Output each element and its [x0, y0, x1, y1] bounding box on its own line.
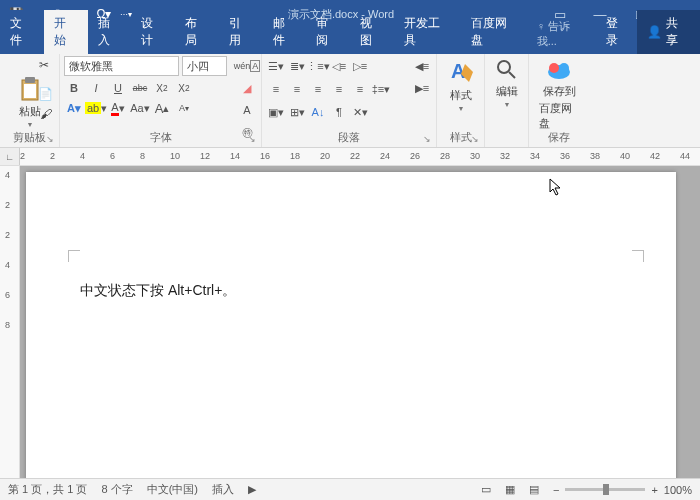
text-effects-button[interactable]: A▾ — [64, 98, 84, 118]
tab-mailings[interactable]: 邮件 — [263, 10, 307, 54]
tab-references[interactable]: 引用 — [219, 10, 263, 54]
phonetic-button[interactable]: wénA — [237, 56, 257, 76]
margin-corner-tr — [632, 250, 644, 262]
align-right-button[interactable]: ≡ — [308, 79, 328, 99]
ruler-mark: 2 — [5, 230, 10, 240]
zoom-out-button[interactable]: − — [553, 484, 559, 496]
ruler-mark: 42 — [650, 151, 660, 161]
page-indicator[interactable]: 第 1 页，共 1 页 — [8, 482, 87, 497]
cut-icon[interactable]: ✂ — [36, 58, 51, 73]
font-color-button[interactable]: A▾ — [108, 98, 128, 118]
decrease-indent-button[interactable]: ◁≡ — [329, 56, 349, 76]
change-case-button[interactable]: Aa▾ — [130, 98, 150, 118]
strike-button[interactable]: abc — [130, 78, 150, 98]
view-print-icon[interactable]: ▦ — [505, 483, 515, 496]
status-bar: 第 1 页，共 1 页 8 个字 中文(中国) 插入 ▶ ▭ ▦ ▤ − + 1… — [0, 478, 700, 500]
numbering-button[interactable]: ≣▾ — [287, 56, 307, 76]
tab-insert[interactable]: 插入 — [88, 10, 132, 54]
tab-file[interactable]: 文件 — [0, 10, 44, 54]
ruler-mark: 36 — [560, 151, 570, 161]
styles-button[interactable]: A 样式 ▼ — [441, 56, 480, 114]
view-web-icon[interactable]: ▤ — [529, 483, 539, 496]
cloud-icon — [546, 58, 572, 82]
login-button[interactable]: 登录 — [598, 10, 638, 54]
copy-icon[interactable]: 📄 — [38, 86, 53, 101]
align-center-button[interactable]: ≡ — [287, 79, 307, 99]
increase-indent-button[interactable]: ▷≡ — [350, 56, 370, 76]
highlight-button[interactable]: ab▾ — [86, 98, 106, 118]
shrink-font-button[interactable]: A▾ — [174, 98, 194, 118]
grow-font-button[interactable]: A▴ — [152, 98, 172, 118]
tab-baidu[interactable]: 百度网盘 — [461, 10, 529, 54]
tell-me[interactable]: ♀ 告诉我... — [529, 14, 598, 54]
svg-line-5 — [509, 72, 515, 78]
paste-button[interactable]: 粘贴 ▼ — [4, 74, 55, 130]
styles-btn-label: 样式 — [450, 88, 472, 103]
word-count[interactable]: 8 个字 — [101, 482, 132, 497]
ruler-mark: 44 — [680, 151, 690, 161]
bullets-button[interactable]: ☰▾ — [266, 56, 286, 76]
styles-launcher-icon[interactable]: ↘ — [471, 134, 481, 144]
ruler-mark: 14 — [230, 151, 240, 161]
superscript-button[interactable]: X2 — [174, 78, 194, 98]
align-left-button[interactable]: ≡ — [266, 79, 286, 99]
show-marks-button[interactable]: ¶ — [329, 102, 349, 122]
ruler-vertical[interactable]: 422468 — [0, 166, 20, 478]
rtl-button[interactable]: ▶≡ — [412, 78, 432, 98]
ruler-mark: 12 — [200, 151, 210, 161]
line-spacing-button[interactable]: ‡≡▾ — [371, 79, 391, 99]
tab-layout[interactable]: 布局 — [175, 10, 219, 54]
svg-rect-1 — [25, 77, 35, 83]
ltr-button[interactable]: ◀≡ — [412, 56, 432, 76]
tab-developer[interactable]: 开发工具 — [394, 10, 462, 54]
share-icon: 👤 — [647, 25, 662, 39]
document-text[interactable]: 中文状态下按 Alt+Ctrl+。 — [80, 282, 236, 300]
format-painter-icon[interactable]: 🖌 — [38, 106, 53, 121]
document-area: 422468 中文状态下按 Alt+Ctrl+。 — [0, 166, 700, 478]
italic-button[interactable]: I — [86, 78, 106, 98]
insert-mode[interactable]: 插入 — [212, 482, 234, 497]
bold-button[interactable]: B — [64, 78, 84, 98]
view-read-icon[interactable]: ▭ — [481, 483, 491, 496]
snap-button[interactable]: ✕▾ — [350, 102, 370, 122]
zoom-slider[interactable] — [565, 488, 645, 491]
editing-button[interactable]: 编辑 ▼ — [489, 56, 524, 110]
font-name-combo[interactable]: 微软雅黑 — [64, 56, 179, 76]
group-baidu-save: 保存到 百度网盘 保存 — [529, 54, 589, 147]
zoom-level[interactable]: 100% — [664, 484, 692, 496]
zoom-in-button[interactable]: + — [651, 484, 657, 496]
tab-design[interactable]: 设计 — [131, 10, 175, 54]
paragraph-launcher-icon[interactable]: ↘ — [423, 134, 433, 144]
language-indicator[interactable]: 中文(中国) — [147, 482, 198, 497]
ruler-mark: 6 — [5, 290, 10, 300]
tab-review[interactable]: 审阅 — [306, 10, 350, 54]
borders-button[interactable]: ⊞▾ — [287, 102, 307, 122]
font-size-combo[interactable]: 小四 — [182, 56, 227, 76]
tab-selector[interactable]: ∟ — [0, 148, 20, 165]
save-label-1: 保存到 — [543, 84, 576, 99]
tab-view[interactable]: 视图 — [350, 10, 394, 54]
zoom-thumb[interactable] — [603, 484, 609, 495]
eraser-icon[interactable]: ◢ — [237, 78, 257, 98]
styles-icon: A — [447, 58, 475, 86]
document-page[interactable]: 中文状态下按 Alt+Ctrl+。 — [26, 172, 676, 478]
ruler-horizontal[interactable]: ∟ 22468101214161820222426283032343638404… — [0, 148, 700, 166]
distributed-button[interactable]: ≡ — [350, 79, 370, 99]
multilevel-button[interactable]: ⋮≡▾ — [308, 56, 328, 76]
font-launcher-icon[interactable]: ↘ — [248, 134, 258, 144]
ruler-mark: 18 — [290, 151, 300, 161]
ruler-mark: 4 — [5, 260, 10, 270]
ruler-mark: 8 — [5, 320, 10, 330]
baidu-save-button[interactable]: 保存到 百度网盘 — [533, 56, 585, 133]
justify-button[interactable]: ≡ — [329, 79, 349, 99]
sort-button[interactable]: A↓ — [308, 102, 328, 122]
font-size-value: 小四 — [187, 59, 209, 74]
share-button[interactable]: 👤共享 — [637, 10, 700, 54]
subscript-button[interactable]: X2 — [152, 78, 172, 98]
underline-button[interactable]: U — [108, 78, 128, 98]
char-border-button[interactable]: A — [237, 100, 257, 120]
macro-icon[interactable]: ▶ — [248, 483, 256, 496]
clipboard-launcher-icon[interactable]: ↘ — [46, 134, 56, 144]
tab-home[interactable]: 开始 — [44, 10, 88, 54]
shading-button[interactable]: ▣▾ — [266, 102, 286, 122]
